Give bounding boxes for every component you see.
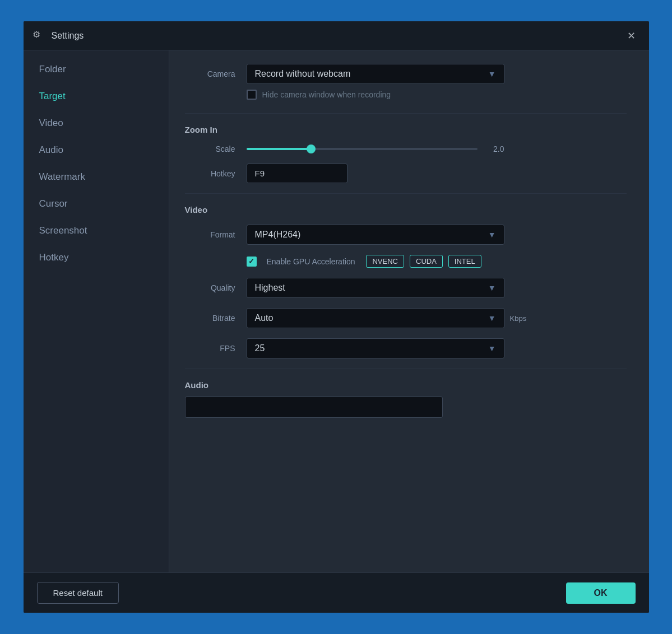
bitrate-select[interactable]: Auto ▼ — [247, 308, 504, 328]
camera-dropdown-arrow: ▼ — [488, 69, 496, 78]
main-body: Folder Target Video Audio Watermark Curs… — [24, 50, 649, 572]
divider-1 — [185, 113, 627, 114]
sidebar-item-cursor[interactable]: Cursor — [24, 190, 169, 217]
sidebar-item-video[interactable]: Video — [24, 110, 169, 137]
sidebar-item-hotkey[interactable]: Hotkey — [24, 244, 169, 271]
scale-label: Scale — [185, 144, 235, 153]
gpu-badge-nvenc[interactable]: NVENC — [366, 255, 404, 268]
gpu-checkbox-check: ✓ — [248, 257, 254, 265]
hide-camera-row: Hide camera window when recording — [247, 90, 627, 100]
hide-camera-label: Hide camera window when recording — [262, 90, 391, 99]
sidebar-item-target[interactable]: Target — [24, 83, 169, 110]
hotkey-label: Hotkey — [185, 169, 235, 178]
sidebar-item-audio[interactable]: Audio — [24, 137, 169, 164]
quality-row: Quality Highest ▼ — [185, 278, 627, 298]
audio-dropdown-placeholder — [185, 397, 443, 418]
footer: Reset default OK — [24, 572, 649, 613]
fps-label: FPS — [185, 344, 235, 353]
hotkey-row: Hotkey — [185, 164, 627, 183]
gpu-row: ✓ Enable GPU Acceleration NVENC CUDA INT… — [247, 255, 627, 268]
format-row: Format MP4(H264) ▼ — [185, 225, 627, 245]
scale-slider-fill — [247, 148, 311, 150]
fps-dropdown-arrow: ▼ — [488, 344, 496, 353]
audio-section-label: Audio — [185, 380, 627, 390]
hide-camera-checkbox[interactable] — [247, 90, 257, 100]
gpu-badge-intel[interactable]: INTEL — [448, 255, 481, 268]
main-content: Camera Record without webcam ▼ Hide came… — [169, 50, 649, 572]
fps-value: 25 — [255, 343, 265, 353]
ok-button[interactable]: OK — [566, 582, 636, 604]
gpu-checkbox[interactable]: ✓ — [247, 257, 257, 267]
reset-default-button[interactable]: Reset default — [37, 582, 119, 604]
bitrate-label: Bitrate — [185, 314, 235, 323]
content-area: Camera Record without webcam ▼ Hide came… — [169, 50, 649, 572]
camera-select[interactable]: Record without webcam ▼ — [247, 64, 504, 84]
sidebar-item-watermark[interactable]: Watermark — [24, 164, 169, 190]
title-bar: ⚙ Settings ✕ — [24, 21, 649, 50]
close-button[interactable]: ✕ — [623, 27, 640, 44]
window-title: Settings — [52, 31, 623, 41]
quality-label: Quality — [185, 283, 235, 292]
fps-select[interactable]: 25 ▼ — [247, 338, 504, 358]
zoom-section-label: Zoom In — [185, 125, 627, 134]
sidebar: Folder Target Video Audio Watermark Curs… — [24, 50, 169, 572]
quality-dropdown-arrow: ▼ — [488, 283, 496, 292]
divider-2 — [185, 193, 627, 194]
gpu-badge-cuda[interactable]: CUDA — [410, 255, 443, 268]
scale-slider-track[interactable] — [247, 148, 478, 150]
fps-row: FPS 25 ▼ — [185, 338, 627, 358]
divider-3 — [185, 369, 627, 369]
format-dropdown-arrow: ▼ — [488, 230, 496, 239]
scale-value: 2.0 — [486, 144, 504, 153]
gpu-label: Enable GPU Acceleration — [267, 257, 355, 266]
camera-value: Record without webcam — [255, 69, 351, 79]
quality-value: Highest — [255, 283, 285, 293]
camera-row: Camera Record without webcam ▼ — [185, 64, 627, 84]
video-section-label: Video — [185, 205, 627, 215]
bitrate-dropdown-arrow: ▼ — [488, 314, 496, 323]
hotkey-input[interactable] — [247, 164, 347, 183]
bitrate-unit: Kbps — [510, 314, 527, 323]
scale-slider-thumb[interactable] — [307, 144, 316, 153]
format-select[interactable]: MP4(H264) ▼ — [247, 225, 504, 245]
quality-select[interactable]: Highest ▼ — [247, 278, 504, 298]
scale-row: Scale 2.0 — [185, 144, 627, 153]
settings-window: ⚙ Settings ✕ Folder Target Video Audio W… — [22, 20, 650, 614]
format-value: MP4(H264) — [255, 230, 301, 240]
bitrate-row: Bitrate Auto ▼ Kbps — [185, 308, 627, 328]
format-label: Format — [185, 230, 235, 239]
camera-label: Camera — [185, 69, 235, 78]
sidebar-item-folder[interactable]: Folder — [24, 56, 169, 83]
settings-icon: ⚙ — [33, 29, 46, 43]
sidebar-item-screenshot[interactable]: Screenshot — [24, 217, 169, 244]
bitrate-value: Auto — [255, 313, 274, 323]
scale-slider-container: 2.0 — [247, 144, 504, 153]
